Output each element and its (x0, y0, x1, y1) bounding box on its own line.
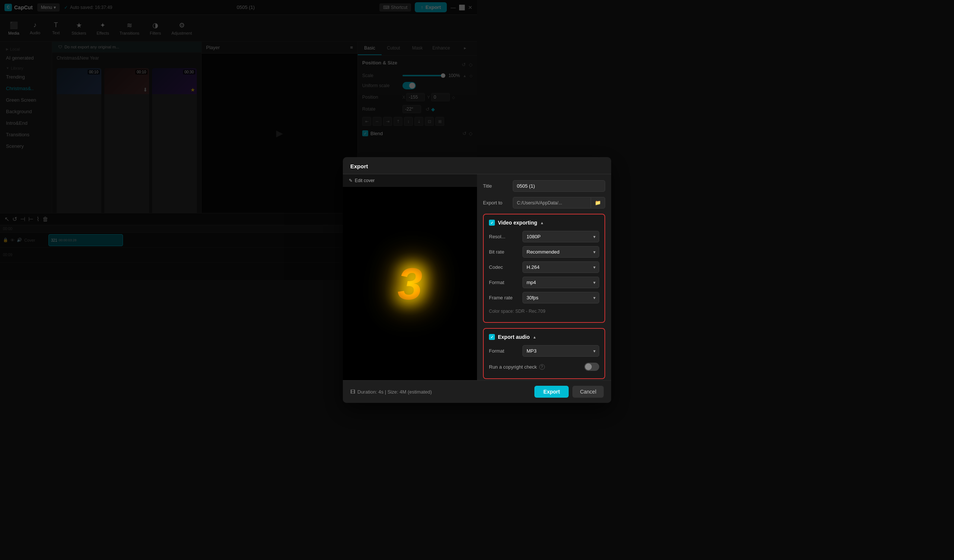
cover-preview: 3 (343, 187, 477, 280)
edit-cover-label: Edit cover (355, 178, 374, 183)
dialog-left: ✎ Edit cover 3 (343, 174, 477, 280)
dialog-body: ✎ Edit cover 3 Title Export to 📁 (343, 174, 477, 280)
dialog-overlay: Export ✎ Edit cover 3 Title Ex (0, 0, 477, 280)
dialog-title: Export (350, 163, 368, 170)
dialog-header: Export (343, 157, 477, 174)
edit-icon: ✎ (349, 178, 352, 183)
export-dialog: Export ✎ Edit cover 3 Title Ex (343, 157, 477, 280)
cover-number: 3 (398, 258, 422, 280)
edit-cover-bar[interactable]: ✎ Edit cover (343, 174, 477, 187)
